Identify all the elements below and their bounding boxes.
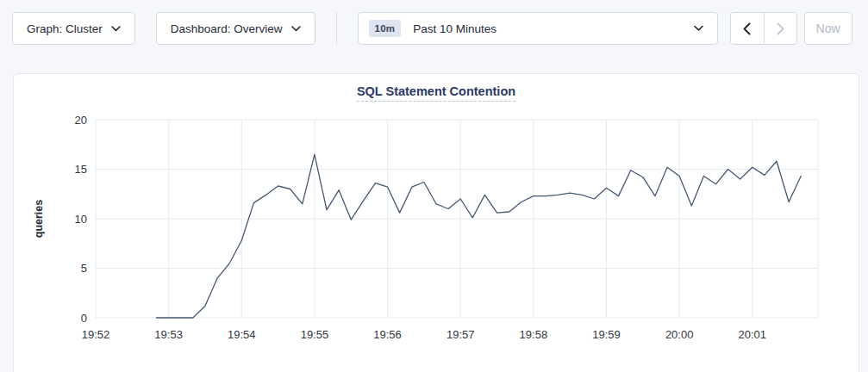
chevron-down-icon [694,26,703,32]
time-range-label: Past 10 Minutes [413,22,496,35]
y-tick-label: 5 [81,262,87,275]
chevron-left-icon [743,22,751,35]
time-range-picker[interactable]: 10m Past 10 Minutes [358,12,718,45]
y-tick-label: 0 [81,312,87,325]
x-tick-label: 19:52 [82,328,110,341]
y-axis-label: queries [33,200,45,239]
graph-dropdown-label: Graph: Cluster [27,22,103,35]
x-tick-label: 19:54 [228,328,256,341]
toolbar-divider [336,12,337,45]
chevron-down-icon [111,26,121,32]
x-tick-label: 19:58 [520,328,548,341]
chevron-right-icon [777,22,784,35]
x-tick-label: 19:53 [154,328,183,341]
next-range-button[interactable] [764,13,796,44]
time-range-nav-group [730,12,797,45]
y-tick-label: 15 [75,163,87,176]
x-tick-label: 19:55 [301,328,329,341]
dashboard-dropdown-label: Dashboard: Overview [171,22,283,35]
chevron-down-icon [291,26,301,32]
series-line [157,154,802,318]
x-axis-tick-labels: 19:5219:5319:5419:5519:5619:5719:5819:59… [82,328,766,341]
metrics-page: { "toolbar": { "graph_dropdown": { "labe… [0,0,868,372]
chart-gridlines [96,120,818,318]
x-tick-label: 19:57 [446,328,475,341]
y-axis-tick-labels: 05101520 [75,114,87,325]
x-tick-label: 20:01 [739,328,767,341]
x-tick-label: 19:56 [373,328,402,341]
time-range-badge: 10m [369,20,402,37]
prev-range-button[interactable] [731,13,764,44]
chart-panel: SQL Statement Contention 0510152019:5219… [13,73,859,372]
dashboard-dropdown[interactable]: Dashboard: Overview [156,12,315,45]
y-tick-label: 10 [75,213,87,226]
sql-statement-contention-chart: 0510152019:5219:5319:5419:5519:5619:5719… [14,74,859,371]
x-tick-label: 20:00 [665,328,694,341]
now-button[interactable]: Now [804,12,852,45]
toolbar: Graph: Cluster Dashboard: Overview 10m P… [12,12,856,45]
y-tick-label: 20 [75,114,87,127]
graph-dropdown[interactable]: Graph: Cluster [12,12,135,45]
x-tick-label: 19:59 [592,328,621,341]
